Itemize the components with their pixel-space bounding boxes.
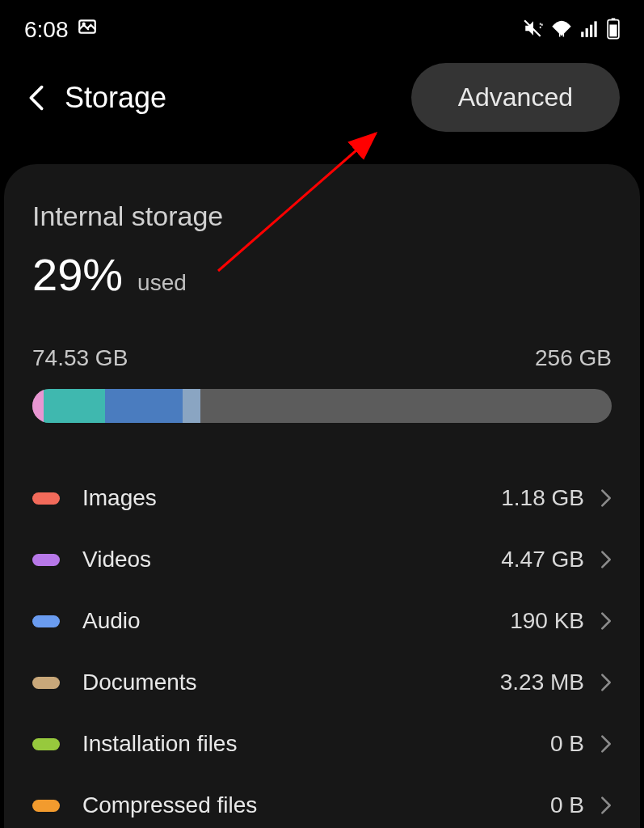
status-left: 6:08 — [24, 16, 98, 43]
header-left: Storage — [24, 81, 166, 115]
svg-rect-5 — [590, 24, 592, 36]
svg-point-1 — [82, 23, 84, 25]
category-name: Documents — [82, 670, 500, 695]
chevron-right-icon — [600, 673, 612, 692]
chevron-right-icon — [600, 550, 612, 569]
category-name: Audio — [82, 608, 510, 634]
chevron-right-icon — [600, 796, 612, 815]
wifi-icon — [550, 19, 573, 41]
category-item[interactable]: Compressed files0 B — [32, 775, 612, 828]
used-size: 74.53 GB — [32, 345, 128, 371]
storage-title: Internal storage — [32, 201, 612, 232]
status-bar: 6:08 — [0, 0, 644, 55]
category-size: 190 KB — [510, 608, 584, 634]
chevron-right-icon — [600, 488, 612, 508]
category-list: Images1.18 GBVideos4.47 GBAudio190 KBDoc… — [32, 467, 612, 828]
signal-icon — [579, 19, 600, 41]
svg-rect-3 — [581, 32, 583, 37]
category-name: Installation files — [82, 731, 550, 757]
storage-progress-bar — [32, 389, 612, 423]
status-time: 6:08 — [24, 17, 69, 43]
advanced-button[interactable]: Advanced — [411, 63, 620, 132]
category-size: 1.18 GB — [501, 485, 584, 511]
category-item[interactable]: Videos4.47 GB — [32, 529, 612, 590]
progress-segment — [32, 389, 44, 423]
battery-icon — [607, 17, 620, 43]
category-name: Images — [82, 485, 501, 511]
category-name: Videos — [82, 547, 501, 572]
progress-segment — [44, 389, 104, 423]
category-color-pill — [32, 492, 60, 505]
svg-rect-9 — [609, 24, 617, 36]
category-item[interactable]: Installation files0 B — [32, 713, 612, 775]
svg-rect-4 — [586, 28, 588, 37]
category-size: 4.47 GB — [501, 547, 584, 572]
svg-rect-8 — [612, 18, 616, 19]
category-color-pill — [32, 677, 60, 689]
used-label: used — [137, 270, 187, 296]
chevron-right-icon — [600, 611, 612, 631]
category-color-pill — [32, 615, 60, 627]
category-name: Compressed files — [82, 792, 550, 818]
category-item[interactable]: Documents3.23 MB — [32, 652, 612, 713]
chevron-right-icon — [600, 734, 612, 754]
category-size: 0 B — [550, 731, 584, 757]
status-right — [523, 17, 620, 43]
percent-row: 29% used — [32, 248, 612, 301]
header: Storage Advanced — [0, 55, 644, 156]
page-title: Storage — [65, 81, 166, 115]
back-button[interactable] — [24, 82, 48, 114]
size-row: 74.53 GB 256 GB — [32, 345, 612, 371]
total-size: 256 GB — [535, 345, 612, 371]
category-item[interactable]: Audio190 KB — [32, 590, 612, 652]
progress-segment — [105, 389, 183, 423]
svg-rect-6 — [594, 21, 596, 37]
percent-value: 29% — [32, 248, 123, 301]
screenshot-icon — [77, 16, 98, 43]
category-color-pill — [32, 800, 60, 812]
category-size: 3.23 MB — [500, 670, 584, 695]
progress-segment — [183, 389, 200, 423]
category-size: 0 B — [550, 792, 584, 818]
storage-card: Internal storage 29% used 74.53 GB 256 G… — [4, 164, 640, 828]
category-item[interactable]: Images1.18 GB — [32, 467, 612, 529]
category-color-pill — [32, 738, 60, 750]
category-color-pill — [32, 554, 60, 566]
mute-vibrate-icon — [523, 18, 544, 42]
